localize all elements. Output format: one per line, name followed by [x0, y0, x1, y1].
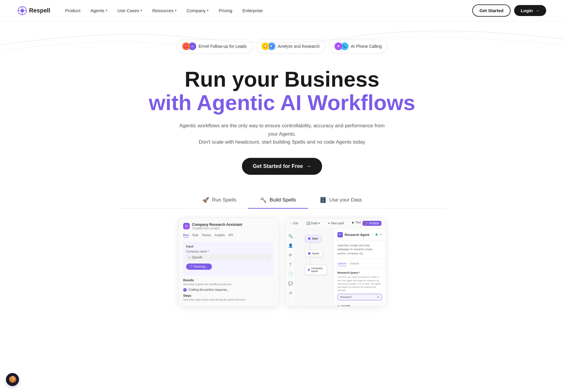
mock-publish-button[interactable]: 🚀 Publish	[362, 221, 381, 226]
screenshots-area: R Company Research Assistant Created fro…	[119, 209, 445, 312]
right-panel-field: Research Query * The term you want to re…	[334, 269, 386, 303]
mock-tab-run[interactable]: Run	[183, 234, 189, 238]
pill-phone[interactable]: 📞 AI Phone Calling	[329, 39, 387, 53]
nav-enterprise[interactable]: Enterprise	[238, 6, 267, 15]
nav-product[interactable]: Product	[61, 6, 85, 15]
canvas-area: Start Inputs	[296, 229, 386, 306]
right-tab-outputs[interactable]: Outputs	[350, 261, 359, 266]
toolbar-message-icon[interactable]: 💬	[285, 279, 296, 288]
svg-point-14	[338, 45, 339, 47]
mock-logo: R	[183, 223, 190, 229]
tab-build-spells[interactable]: 🔨 Build Spells	[248, 193, 308, 209]
nav-company[interactable]: Company ▾	[183, 6, 213, 15]
flow-dot-start	[308, 237, 310, 240]
flow-node-start-label: Start	[312, 237, 318, 240]
equals-icon: ≡	[188, 256, 190, 259]
agent-icon: 🔍	[338, 232, 343, 237]
mock-results-label: Results	[183, 279, 274, 282]
variable-label: ◆ Variable	[338, 304, 382, 306]
mock-exit-button[interactable]: ← Exit	[289, 222, 298, 225]
input-expand-icon: ⊞	[377, 296, 379, 299]
nav-links: Product Agents ▾ Use Cases ▾ Resources ▾…	[61, 6, 267, 15]
mock-input-section: Input Company name * ≡ OpenAI Running...	[183, 242, 274, 276]
toolbar-refresh-icon[interactable]: ↺	[285, 288, 296, 298]
flow-node-company-label: Company name	[311, 267, 323, 273]
mock-test-button[interactable]: ▶ Test	[352, 221, 361, 226]
pill-email-icons: M	[182, 42, 196, 50]
spinner-icon	[190, 265, 193, 268]
close-panel-button[interactable]: ✕	[379, 233, 382, 237]
toolbar-text-icon[interactable]: T	[285, 260, 296, 269]
mock-run-ui: R Company Research Assistant Created fro…	[178, 218, 279, 306]
mock-field-value: OpenAI	[192, 256, 202, 259]
mock-results-sub: See what outputs the workflow produced	[183, 283, 274, 286]
pill-analyze-icon1	[262, 42, 269, 50]
logo[interactable]: Respell	[18, 6, 50, 15]
screenshot-center: ← Exit 🔄 Draft ▾ ✦ New spell ▶ Test 🚀 Pu…	[285, 218, 386, 307]
logo-text: Respell	[29, 7, 50, 14]
build-spells-icon: 🔨	[260, 197, 267, 203]
hero-title-line2: with Agentic AI Workflows	[149, 91, 415, 115]
mock-new-spell: ✦ New spell	[328, 222, 344, 225]
mock-running-button[interactable]: Running...	[186, 264, 212, 270]
svg-point-1	[20, 9, 24, 12]
nav-login-button[interactable]: Login →	[514, 5, 546, 16]
svg-text:📞: 📞	[343, 45, 346, 48]
tab-use-data[interactable]: 🗄️ Use your Data	[308, 193, 373, 209]
status-dot-icon	[376, 234, 378, 236]
hero-heading: Run your Business with Agentic AI Workfl…	[149, 68, 415, 115]
right-panel: 🔍 Research Agent ✕ Searches Google and v…	[334, 229, 386, 306]
svg-text:M: M	[191, 45, 194, 48]
nav-resources[interactable]: Resources ▾	[148, 6, 181, 15]
nav-agents[interactable]: Agents ▾	[86, 6, 112, 15]
pill-email-followup[interactable]: M Email Follow-up for Leads	[177, 39, 252, 53]
hero-cta-button[interactable]: Get Started for Free →	[242, 158, 322, 175]
tab-use-data-label: Use your Data	[329, 197, 362, 203]
pill-phone-label: AI Phone Calling	[351, 44, 382, 49]
mock-tabs: Run Bulk History Insights API	[183, 234, 274, 238]
nav-use-cases[interactable]: Use Cases ▾	[113, 6, 146, 15]
field-label: Research Query *	[338, 271, 382, 274]
svg-point-10	[264, 45, 266, 47]
variable-icon: ◆	[338, 305, 339, 306]
agents-chevron-icon: ▾	[106, 9, 107, 12]
mock-center-header: ← Exit 🔄 Draft ▾ ✦ New spell ▶ Test 🚀 Pu…	[285, 218, 386, 229]
mock-tab-history: History	[202, 234, 211, 238]
toolbar-person-icon[interactable]: 👤	[285, 241, 296, 250]
mock-tab-bulk: Bulk	[192, 234, 198, 238]
mock-subtitle: Created from scratch	[192, 227, 242, 230]
use-cases-chevron-icon: ▾	[140, 9, 142, 12]
nav-get-started-button[interactable]: Get Started	[472, 4, 511, 17]
toolbar-search-icon[interactable]: 🔍	[285, 231, 296, 241]
nav-right: Get Started Login →	[472, 4, 546, 17]
nav-pricing[interactable]: Pricing	[215, 6, 237, 15]
feature-pills: M Email Follow-up for Leads	[177, 39, 387, 53]
tabs-section: 🚀 Run Spells 🔨 Build Spells 🗄️ Use your …	[119, 193, 445, 312]
mock-tab-insights: Insights	[215, 234, 225, 238]
pill-analyze[interactable]: Analyze and Research	[256, 39, 325, 53]
flow-dot-inputs	[308, 252, 310, 255]
right-panel-tabs: Options Outputs	[334, 259, 386, 269]
toolbar-share-icon[interactable]: ⟳	[285, 250, 296, 260]
mock-draft-button[interactable]: 🔄 Draft ▾	[306, 222, 319, 225]
screenshot-left: R Company Research Assistant Created fro…	[178, 218, 279, 307]
right-tab-options[interactable]: Options	[338, 261, 347, 266]
flow-node-inputs-label: Inputs	[312, 252, 319, 255]
mock-header: R Company Research Assistant Created fro…	[183, 223, 274, 230]
logo-icon	[18, 6, 27, 15]
field-input[interactable]: Research ⊞	[338, 294, 382, 300]
mock-steps-sub: See what steps were used during the spel…	[183, 298, 274, 301]
company-chevron-icon: ▾	[207, 9, 209, 12]
toolbar-doc-icon[interactable]: 📄	[285, 269, 296, 279]
pill-phone-icons: 📞	[335, 42, 348, 50]
tabs-header: 🚀 Run Spells 🔨 Build Spells 🗄️ Use your …	[119, 193, 445, 209]
mock-center-body: 🔍 👤 ⟳ T 📄 💬 ↺ Sta	[285, 229, 386, 306]
tab-run-spells[interactable]: 🚀 Run Spells	[191, 193, 248, 209]
hero-subtitle: Agentic workflows are the only way to en…	[178, 122, 386, 146]
mock-result-text: Crafting the perfect response...	[188, 288, 229, 291]
mock-result-item: ✓ Crafting the perfect response...	[183, 288, 274, 292]
mock-steps-label: Steps	[183, 294, 274, 297]
nav-left: Respell Product Agents ▾ Use Cases ▾ Res…	[18, 6, 267, 15]
agent-description: Searches Google and visits webpages to r…	[334, 241, 386, 259]
cta-label: Get Started for Free	[253, 163, 303, 169]
